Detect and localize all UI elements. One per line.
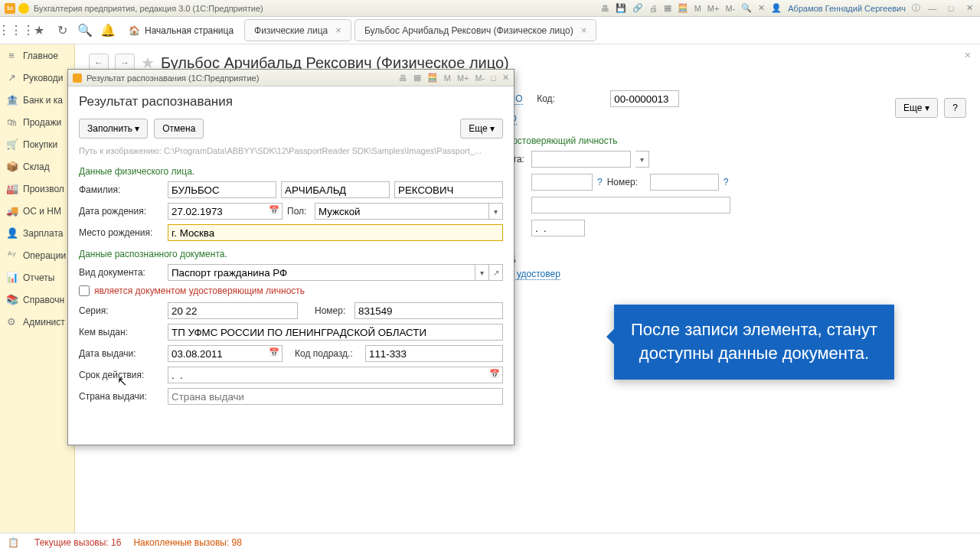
name-input[interactable]	[281, 181, 390, 198]
doctype-input[interactable]	[168, 264, 475, 281]
sidebar-item-bank[interactable]: 🏦Банк и ка	[0, 89, 74, 111]
sidebar-item-salary[interactable]: 👤Зарплата	[0, 222, 74, 244]
m-minus-icon[interactable]: M-	[475, 73, 485, 83]
dob-input[interactable]	[168, 203, 283, 220]
link-icon[interactable]: 🔗	[632, 3, 643, 13]
path-label: Путь к изображению:	[79, 146, 162, 155]
patronymic-input[interactable]	[394, 181, 503, 198]
tab-physical-persons[interactable]: Физические лица ×	[244, 19, 351, 41]
status-current-label: Текущие вызовы:	[34, 537, 109, 548]
minimize-icon[interactable]: —	[926, 4, 939, 13]
country-input[interactable]	[168, 388, 503, 405]
window-close-icon[interactable]: ✕	[963, 3, 975, 13]
doctype-dropdown-icon[interactable]: ▾	[635, 151, 649, 168]
sex-input[interactable]	[315, 203, 489, 220]
sidebar-label: Произвол	[23, 184, 64, 194]
tab-person-detail[interactable]: Бульбос Арчибальд Рексович (Физическое л…	[354, 19, 596, 41]
chevron-down-icon[interactable]: ▾	[475, 264, 489, 281]
sidebar-item-purchases[interactable]: 🛒Покупки	[0, 133, 74, 155]
doc-section: Документ, удостоверяющий личность	[458, 135, 965, 146]
series-input[interactable]	[531, 174, 593, 191]
number-input[interactable]	[354, 302, 503, 319]
calc-icon[interactable]: 🧮	[678, 3, 688, 13]
doctype-input[interactable]	[531, 151, 631, 168]
calendar-icon[interactable]: 📅	[269, 347, 279, 357]
star-icon[interactable]: ★	[29, 21, 49, 41]
maximize-icon[interactable]: □	[491, 73, 496, 83]
sidebar-item-warehouse[interactable]: 📦Склад	[0, 155, 74, 178]
sidebar-item-admin[interactable]: ⚙Админист	[0, 311, 74, 333]
issued-input[interactable]	[168, 324, 503, 341]
status-icon: 📋	[8, 537, 19, 548]
path-value: C:\ProgramData\ABBYY\SDK\12\PassportRead…	[164, 146, 482, 155]
calendar-icon[interactable]: 📅	[489, 369, 500, 379]
m-minus-icon[interactable]: M-	[725, 4, 735, 13]
tab-close-icon[interactable]: ×	[335, 24, 341, 36]
validity-input[interactable]	[168, 367, 503, 383]
dept-code-input[interactable]	[365, 345, 503, 362]
sidebar-item-operations[interactable]: ᴬʸОперации	[0, 244, 74, 266]
user-icon: 👤	[771, 3, 782, 13]
username[interactable]: Абрамов Геннадий Сергеевич	[788, 4, 906, 13]
print-icon[interactable]: 🖶	[399, 73, 407, 83]
dialog-close-icon[interactable]: ✕	[502, 73, 509, 83]
issue-date-input[interactable]	[168, 345, 283, 362]
surname-label: Фамилия:	[79, 184, 163, 195]
table-icon[interactable]: ▦	[413, 73, 421, 83]
chevron-down-icon[interactable]: ▾	[489, 203, 503, 220]
dialog-window-title: Результат распознавания (1С:Предприятие)	[87, 73, 259, 83]
sidebar-item-reports[interactable]: 📊Отчеты	[0, 266, 74, 289]
sidebar-item-manager[interactable]: ↗Руководи	[0, 67, 74, 89]
country-label: Страна выдачи:	[79, 391, 163, 402]
close-icon[interactable]: ✕	[758, 3, 765, 13]
doctype-select: ▾ ↗	[168, 264, 503, 281]
calc-icon[interactable]: 🧮	[427, 73, 438, 83]
identity-checkbox[interactable]	[79, 285, 90, 296]
print-icon[interactable]: 🖶	[601, 4, 609, 13]
doc-section: Данные распознанного документа.	[79, 249, 503, 259]
sidebar-item-assets[interactable]: 🚚ОС и НМ	[0, 200, 74, 222]
help-icon[interactable]: ?	[724, 177, 729, 187]
table-icon[interactable]: ▦	[664, 3, 671, 13]
status-current: Текущие вызовы: 16	[34, 537, 121, 548]
dropdown-icon[interactable]	[18, 3, 29, 14]
code-input[interactable]	[610, 90, 679, 107]
m-icon[interactable]: M	[694, 4, 701, 13]
info-icon[interactable]: ⓘ	[912, 2, 920, 14]
apps-icon[interactable]: ⋮⋮⋮	[6, 21, 26, 41]
history-icon[interactable]: ↻	[52, 21, 72, 41]
printer-icon[interactable]: 🖨	[649, 4, 658, 13]
pob-input[interactable]	[168, 224, 503, 241]
home-tab[interactable]: 🏠 Начальная страница	[121, 21, 241, 41]
series-input[interactable]	[168, 302, 298, 319]
cancel-button[interactable]: Отмена	[154, 119, 204, 139]
m-plus-icon[interactable]: M+	[457, 73, 469, 83]
tab-close-icon[interactable]: ×	[581, 24, 587, 36]
chart-icon: 📊	[6, 272, 17, 283]
save-icon[interactable]: 💾	[616, 3, 626, 13]
pob-label: Место рождения:	[79, 227, 163, 238]
sidebar-item-sales[interactable]: 🛍Продажи	[0, 111, 74, 133]
content-close-icon[interactable]: ×	[965, 49, 971, 61]
search-icon[interactable]: 🔍	[75, 21, 95, 41]
m-icon[interactable]: M	[444, 73, 451, 83]
app-titlebar: 1c Бухгалтерия предприятия, редакция 3.0…	[0, 0, 980, 17]
calendar-icon[interactable]: 📅	[269, 205, 279, 215]
help-icon[interactable]: ?	[597, 177, 603, 187]
sidebar-item-main[interactable]: ≡Главное	[0, 44, 74, 67]
more-button[interactable]: Еще ▾	[460, 119, 503, 139]
issued-input[interactable]	[531, 197, 730, 214]
sidebar-item-catalogs[interactable]: 📚Справочн	[0, 289, 74, 311]
issue-date-input[interactable]	[531, 220, 585, 236]
search-icon[interactable]: 🔍	[741, 3, 752, 13]
surname-input[interactable]	[168, 181, 276, 198]
fill-button[interactable]: Заполнить ▾	[79, 119, 148, 139]
maximize-icon[interactable]: □	[945, 4, 957, 13]
m-plus-icon[interactable]: M+	[707, 4, 720, 13]
toolbar: ⋮⋮⋮ ★ ↻ 🔍 🔔 🏠 Начальная страница Физичес…	[0, 17, 980, 44]
bell-icon[interactable]: 🔔	[98, 21, 118, 41]
sidebar-item-production[interactable]: 🏭Произвол	[0, 178, 74, 200]
number-input[interactable]	[650, 174, 719, 191]
chevron-down-icon: ▾	[490, 123, 495, 134]
open-icon[interactable]: ↗	[489, 264, 503, 281]
